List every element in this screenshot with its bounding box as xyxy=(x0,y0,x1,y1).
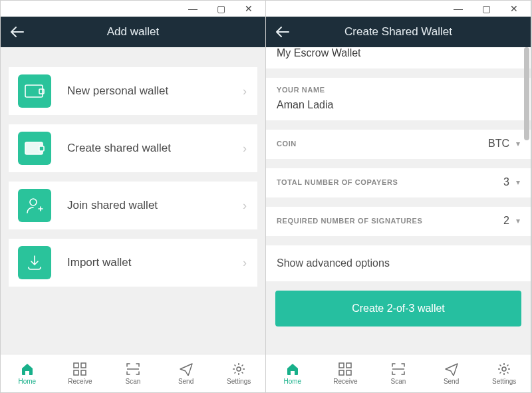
nav-settings[interactable]: Settings xyxy=(477,354,531,392)
nav-receive[interactable]: Receive xyxy=(54,354,107,392)
chevron-right-icon: › xyxy=(243,84,247,98)
option-label: Join shared wallet xyxy=(67,199,243,212)
chevron-down-icon: ▾ xyxy=(516,139,520,148)
send-icon xyxy=(179,362,194,376)
signatures-value: 2 xyxy=(503,215,509,227)
nav-home[interactable]: Home xyxy=(1,354,54,392)
nav-label: Receive xyxy=(333,378,357,385)
maximize-button[interactable]: ▢ xyxy=(481,3,491,14)
field-label: COIN xyxy=(277,140,297,148)
send-icon xyxy=(444,362,459,376)
qr-icon xyxy=(73,362,86,376)
wallet-icon xyxy=(18,74,51,108)
coin-value: BTC xyxy=(488,138,509,150)
svg-rect-6 xyxy=(81,363,86,368)
nav-send[interactable]: Send xyxy=(425,354,478,392)
scan-icon xyxy=(126,362,140,376)
options-list: New personal wallet › Create shared wall… xyxy=(1,47,265,354)
window-controls: — ▢ ✕ xyxy=(266,1,531,17)
app-header: Create Shared Wallet xyxy=(266,17,531,47)
chevron-down-icon: ▾ xyxy=(516,216,520,225)
scrollbar[interactable] xyxy=(524,47,529,140)
nav-send[interactable]: Send xyxy=(160,354,213,392)
home-icon xyxy=(285,362,300,376)
svg-point-16 xyxy=(502,367,506,371)
back-button[interactable] xyxy=(275,26,294,38)
home-icon xyxy=(20,362,35,376)
copayers-field[interactable]: TOTAL NUMBER OF COPAYERS 3 ▾ xyxy=(266,168,531,197)
scan-icon xyxy=(391,362,406,376)
chevron-right-icon: › xyxy=(243,142,247,156)
user-plus-icon xyxy=(18,189,51,222)
gear-icon xyxy=(232,362,245,376)
your-name-value: Aman Ladia xyxy=(277,99,520,111)
your-name-field[interactable]: YOUR NAME Aman Ladia xyxy=(266,78,531,120)
advanced-options[interactable]: Show advanced options xyxy=(266,245,531,281)
chevron-right-icon: › xyxy=(243,256,247,270)
gear-icon xyxy=(497,362,511,376)
option-join-shared-wallet[interactable]: Join shared wallet › xyxy=(9,182,257,229)
svg-rect-7 xyxy=(74,370,78,375)
svg-rect-12 xyxy=(346,363,351,368)
nav-home[interactable]: Home xyxy=(266,354,319,392)
advanced-label: Show advanced options xyxy=(277,257,390,269)
nav-label: Send xyxy=(444,378,459,385)
chevron-down-icon: ▾ xyxy=(516,178,520,187)
svg-rect-14 xyxy=(346,370,351,375)
left-window: — ▢ ✕ Add wallet New personal wallet › C… xyxy=(1,1,266,392)
svg-rect-8 xyxy=(81,370,86,375)
field-label: TOTAL NUMBER OF COPAYERS xyxy=(277,178,398,186)
signatures-field[interactable]: REQUIRED NUMBER OF SIGNATURES 2 ▾ xyxy=(266,207,531,236)
nav-label: Settings xyxy=(492,378,516,385)
page-title: Add wallet xyxy=(1,25,265,39)
nav-scan[interactable]: Scan xyxy=(372,354,425,392)
wallet-shared-icon xyxy=(18,132,51,165)
maximize-button[interactable]: ▢ xyxy=(216,3,225,14)
option-new-personal-wallet[interactable]: New personal wallet › xyxy=(9,67,257,115)
coin-field[interactable]: COIN BTC ▾ xyxy=(266,130,531,159)
nav-label: Scan xyxy=(126,378,141,385)
svg-rect-5 xyxy=(74,363,78,368)
svg-rect-3 xyxy=(39,146,44,151)
chevron-right-icon: › xyxy=(243,199,247,213)
svg-rect-11 xyxy=(339,363,344,368)
window-controls: — ▢ ✕ xyxy=(1,1,265,17)
form-area: My Escrow Wallet YOUR NAME Aman Ladia CO… xyxy=(266,47,531,354)
create-button-label: Create 2-of-3 wallet xyxy=(352,303,445,315)
close-button[interactable]: ✕ xyxy=(509,3,519,14)
right-window: — ▢ ✕ Create Shared Wallet My Escrow Wal… xyxy=(266,1,531,392)
page-title: Create Shared Wallet xyxy=(266,25,531,39)
bottom-nav: Home Receive Scan Send Settings xyxy=(1,354,265,392)
nav-label: Send xyxy=(178,378,194,385)
copayers-value: 3 xyxy=(503,176,509,188)
nav-label: Home xyxy=(283,378,301,385)
wallet-name-value: My Escrow Wallet xyxy=(277,47,520,59)
arrow-left-icon xyxy=(10,26,25,38)
back-button[interactable] xyxy=(10,26,29,38)
wallet-name-field[interactable]: My Escrow Wallet xyxy=(266,47,531,68)
arrow-left-icon xyxy=(275,26,290,38)
field-label: YOUR NAME xyxy=(277,86,520,94)
svg-rect-13 xyxy=(339,370,344,375)
svg-rect-0 xyxy=(25,85,43,97)
nav-label: Scan xyxy=(391,378,406,385)
field-label: REQUIRED NUMBER OF SIGNATURES xyxy=(277,217,422,225)
nav-scan[interactable]: Scan xyxy=(106,354,160,392)
option-create-shared-wallet[interactable]: Create shared wallet › xyxy=(9,124,257,172)
minimize-button[interactable]: — xyxy=(454,3,463,14)
app-header: Add wallet xyxy=(1,17,265,47)
nav-label: Settings xyxy=(227,378,251,385)
option-import-wallet[interactable]: Import wallet › xyxy=(9,239,257,287)
nav-settings[interactable]: Settings xyxy=(212,354,265,392)
svg-point-4 xyxy=(30,199,37,205)
qr-icon xyxy=(338,362,352,376)
close-button[interactable]: ✕ xyxy=(244,3,253,14)
create-wallet-button[interactable]: Create 2-of-3 wallet xyxy=(275,291,521,327)
svg-point-10 xyxy=(237,367,241,371)
svg-rect-1 xyxy=(39,89,44,94)
minimize-button[interactable]: — xyxy=(188,3,198,14)
option-label: Import wallet xyxy=(67,256,243,269)
option-label: New personal wallet xyxy=(67,84,243,98)
bottom-nav: Home Receive Scan Send Settings xyxy=(266,354,531,392)
nav-receive[interactable]: Receive xyxy=(319,354,372,392)
